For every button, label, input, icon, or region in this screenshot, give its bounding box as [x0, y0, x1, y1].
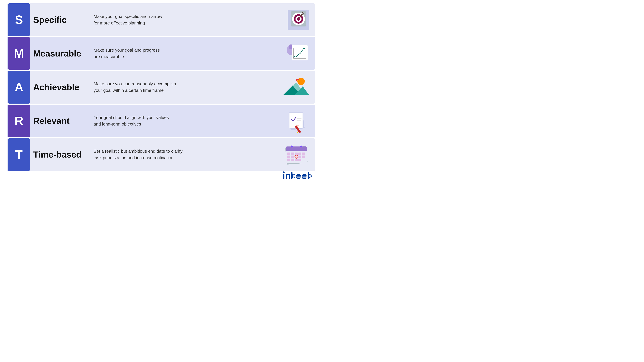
svg-rect-58: [296, 176, 301, 177]
letter-box-t: T: [8, 138, 30, 171]
word-label-a: Achievable: [32, 82, 88, 92]
svg-rect-37: [287, 152, 290, 155]
word-label-s: Specific: [32, 15, 88, 25]
svg-rect-48: [302, 156, 305, 158]
description-a: Make sure you can reasonably accomplishy…: [88, 81, 278, 94]
svg-rect-59: [302, 176, 306, 177]
svg-rect-39: [295, 152, 298, 155]
svg-rect-43: [291, 156, 294, 158]
icon-chart: [278, 37, 315, 70]
smart-row-m: M Measurable Make sure your goal and pro…: [7, 37, 315, 70]
word-label-t: Time-based: [32, 149, 88, 160]
svg-rect-23: [282, 95, 311, 99]
svg-rect-40: [298, 152, 301, 155]
smart-row-s: S Specific Make your goal specific and n…: [7, 3, 315, 36]
description-r: Your goal should align with your valuesa…: [88, 114, 278, 127]
letter-box-r: R: [8, 105, 30, 137]
svg-rect-56: [291, 172, 292, 179]
svg-rect-34: [286, 146, 307, 151]
svg-point-57: [293, 174, 295, 178]
description-m: Make sure your goal and progressare meas…: [88, 47, 278, 60]
svg-point-36: [300, 145, 302, 147]
svg-point-35: [291, 145, 293, 147]
icon-target: [278, 3, 315, 36]
indeed-logo: [282, 171, 312, 181]
letter-r: R: [14, 114, 23, 128]
svg-rect-49: [287, 159, 290, 161]
icon-checklist: [278, 105, 315, 137]
description-s: Make your goal specific and narrowfor mo…: [88, 13, 278, 26]
svg-rect-52: [298, 159, 301, 161]
svg-rect-41: [302, 152, 305, 155]
svg-rect-42: [287, 156, 290, 158]
footer: [7, 171, 315, 179]
svg-rect-55: [286, 174, 287, 179]
smart-row-t: T Time-based Set a realistic but ambitio…: [7, 138, 315, 171]
smart-rows-container: S Specific Make your goal specific and n…: [7, 3, 315, 171]
svg-rect-54: [283, 174, 284, 179]
letter-m: M: [14, 46, 24, 60]
letter-box-a: A: [8, 71, 30, 103]
letter-s: S: [15, 13, 23, 27]
word-label-r: Relevant: [32, 116, 88, 126]
icon-calendar: [278, 138, 315, 171]
letter-t: T: [15, 148, 23, 161]
svg-rect-50: [291, 159, 294, 161]
letter-a: A: [14, 80, 23, 94]
letter-box-s: S: [8, 3, 30, 36]
letter-box-m: M: [8, 37, 30, 70]
svg-rect-13: [292, 45, 308, 60]
word-label-m: Measurable: [32, 48, 88, 58]
icon-mountain: [278, 71, 315, 103]
svg-rect-51: [295, 159, 298, 161]
svg-point-53: [283, 171, 284, 173]
smart-row-r: R Relevant Your goal should align with y…: [7, 105, 315, 137]
smart-row-a: A Achievable Make sure you can reasonabl…: [7, 71, 315, 103]
svg-rect-47: [298, 156, 301, 158]
svg-rect-60: [308, 172, 309, 179]
svg-rect-38: [291, 152, 294, 155]
svg-point-61: [309, 174, 311, 178]
description-t: Set a realistic but ambitious end date t…: [88, 148, 278, 161]
svg-point-17: [297, 78, 305, 85]
